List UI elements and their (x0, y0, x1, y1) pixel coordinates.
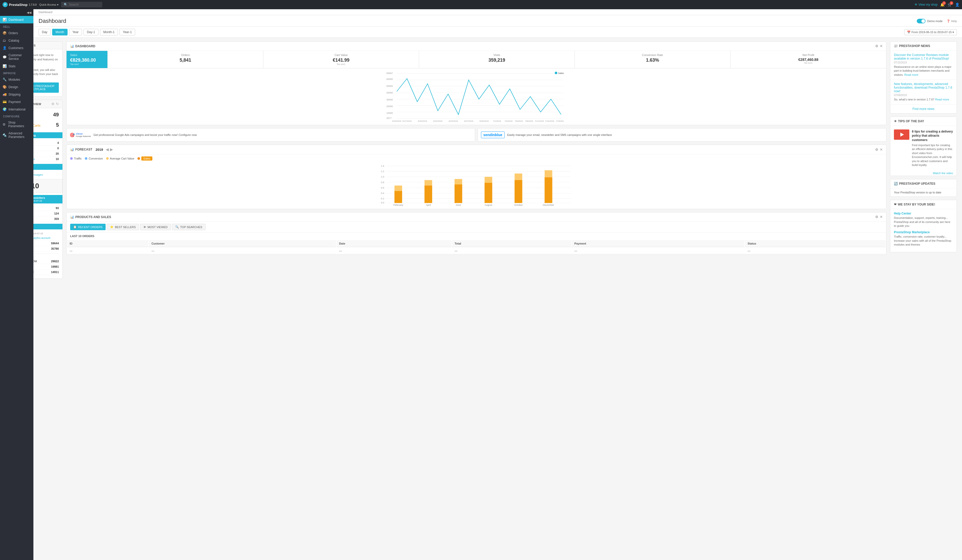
svg-text:6/17/2019: 6/17/2019 (402, 120, 412, 122)
main-body: 💡 TIPS & UPDATES Connect to your account… (0, 38, 962, 286)
traffic-legend-dot (70, 157, 73, 160)
help-btn[interactable]: ❓ Help (947, 19, 957, 23)
customer-service-icon: 💬 (3, 55, 7, 59)
find-more-link[interactable]: Find more news (912, 107, 934, 111)
profit-sub: Tax excl. (734, 62, 883, 64)
svg-text:50000: 50000 (386, 85, 393, 87)
side-card: ❤ WE STAY BY YOUR SIDE! Help Center Docu… (890, 200, 957, 252)
demo-mode-toggle[interactable]: Demo mode (917, 19, 943, 23)
product-tabs: 📋 RECENT ORDERS ⭐ BEST SELLERS 👁 MOST VI… (66, 222, 886, 232)
marketplace-link[interactable]: PrestaShop Marketplace (894, 231, 953, 234)
design-icon: 🎨 (3, 85, 7, 89)
youtube-thumbnail[interactable] (894, 129, 909, 140)
legend-traffic[interactable]: Traffic (70, 157, 82, 161)
sendinblue-text: Easily manage your email, newsletter and… (507, 133, 612, 136)
conversion-label: Conversion Rate (578, 53, 726, 56)
activity-refresh-btn[interactable]: ↻ (56, 102, 59, 106)
sidebar-item-catalog[interactable]: 🗂 Catalog (0, 37, 34, 44)
table-row: — — — — — — (67, 248, 886, 254)
sidebar-section-configure: CONFIGURE (0, 113, 34, 119)
date-range-picker[interactable]: 📅 From 2019-06-15 to 2019-07-15 ▾ (904, 29, 957, 35)
ad-banners: 🎯 Clever Google Adwords Get professional… (66, 128, 886, 142)
products-close-btn[interactable]: ✕ (880, 215, 883, 219)
help-center-link[interactable]: Help Center (894, 211, 953, 215)
sidebar-collapse-btn[interactable]: ◀◀ (0, 9, 34, 16)
filter-month-btn[interactable]: Month (52, 29, 67, 36)
dash-settings-btn[interactable]: ⚙ (875, 44, 878, 48)
sales-legend-dot (137, 157, 140, 160)
clever-icon: 🎯 (69, 132, 75, 137)
products-settings-btn[interactable]: ⚙ (875, 215, 878, 219)
user-btn[interactable]: 👤 (955, 3, 959, 6)
dash-close-btn[interactable]: ✕ (880, 44, 883, 48)
search-box[interactable]: 🔍 (61, 2, 102, 8)
notifications-btn[interactable]: 🔔 2 (940, 3, 944, 6)
clever-ads-banner: 🎯 Clever Google Adwords Get professional… (66, 128, 475, 142)
sidebar-item-stats[interactable]: 📊 Stats (0, 63, 34, 70)
tab-best-sellers[interactable]: ⭐ BEST SELLERS (107, 224, 139, 230)
forecast-prev-btn[interactable]: ◀ (106, 147, 109, 152)
sidebar-item-label: International (8, 108, 26, 111)
search-input[interactable] (69, 3, 100, 6)
sendinblue-banner: sendinblue Easily manage your email, new… (478, 128, 886, 142)
col-status: Status (745, 240, 886, 247)
legend-avg-cart[interactable]: Average Cart Value (106, 157, 134, 161)
sidebar-item-advanced-parameters[interactable]: 🔩 Advanced Parameters (0, 130, 34, 140)
news-card: 📰 PRESTASHOP NEWS Discover the Customer … (890, 41, 957, 113)
sidebar-item-payment[interactable]: 💳 Payment (0, 98, 34, 106)
filter-year-btn[interactable]: Year (69, 29, 82, 36)
quick-access-btn[interactable]: Quick Access ▾ (39, 3, 58, 6)
svg-rect-50 (425, 186, 432, 203)
online-value: 49 (53, 112, 59, 118)
news-title-2[interactable]: New features, developments, advanced fun… (894, 82, 953, 93)
tab-top-searches[interactable]: 🔍 TOP SEARCHES (172, 224, 205, 230)
forecast-settings-btn[interactable]: ⚙ (875, 148, 878, 152)
cart-value: €141.99 (267, 58, 415, 63)
sidebar-item-customers[interactable]: 👤 Customers (0, 44, 34, 52)
sidebar-item-customer-service[interactable]: 💬 Customer Service (0, 52, 34, 63)
top-icons: 🔔 2 🛒 1 👤 (940, 3, 959, 6)
read-more-2[interactable]: Read more (935, 98, 949, 101)
sidebar-item-shipping[interactable]: 🚚 Shipping (0, 91, 34, 98)
legend-sales[interactable]: Sales (137, 157, 153, 161)
svg-rect-53 (455, 184, 462, 203)
forecast-card: 📊 FORECAST 2019 ◀ ▶ ⚙ ✕ Traffic (66, 145, 886, 209)
filter-year1-btn[interactable]: Year-1 (119, 29, 135, 36)
activity-settings-btn[interactable]: ⚙ (52, 102, 55, 106)
legend-conversion[interactable]: Conversion (85, 157, 103, 161)
sales-line-chart: 65667 60000 50000 40000 30000 20000 1000… (69, 71, 884, 122)
svg-text:7/4/2019: 7/4/2019 (504, 120, 513, 122)
tab-recent-orders[interactable]: 📋 RECENT ORDERS (70, 224, 106, 230)
svg-rect-59 (515, 180, 522, 203)
notif-badge: 2 (942, 1, 946, 5)
cart-badge: 1 (950, 1, 953, 5)
filter-month1-btn[interactable]: Month-1 (100, 29, 118, 36)
tab-most-viewed[interactable]: 👁 MOST VIEWED (140, 224, 171, 230)
news-item-1: Discover the Customer Reviews module ava… (890, 51, 957, 80)
forecast-close-btn[interactable]: ✕ (880, 148, 883, 152)
sidebar-item-orders[interactable]: 📦 Orders (0, 29, 34, 37)
sidebar-item-shop-parameters[interactable]: ⚙ Shop Parameters (0, 119, 34, 130)
cart-btn[interactable]: 🛒 1 (947, 3, 952, 6)
tips-day-header: ☀ TIPS OF THE DAY (890, 117, 957, 126)
toggle-switch[interactable] (917, 19, 925, 23)
breadcrumb: Dashboard (34, 9, 962, 15)
view-shop-btn[interactable]: 👁 View my shop (914, 3, 938, 6)
sidebar-item-design[interactable]: 🎨 Design (0, 83, 34, 91)
page-header: Dashboard Demo mode ❓ Help (34, 15, 962, 27)
read-more-1[interactable]: Read more (904, 73, 918, 76)
sidebar-item-international[interactable]: 🌍 International (0, 106, 34, 113)
updates-body: Your PrestaShop version is up to date (890, 188, 957, 197)
sidebar-item-modules[interactable]: 🔧 Modules (0, 76, 34, 83)
svg-text:40000: 40000 (386, 92, 393, 94)
profit-label: Net Profit (734, 53, 883, 56)
filter-day-btn[interactable]: Day (39, 29, 51, 36)
watch-video-link[interactable]: Watch the video (890, 171, 957, 176)
forecast-next-btn[interactable]: ▶ (110, 147, 113, 152)
cart-label: Cart Value (267, 53, 415, 56)
sidebar-item-dashboard[interactable]: 📊 Dashboard (0, 16, 34, 23)
products-title: 📊 PRODUCTS AND SALES (70, 215, 111, 219)
filter-day1-btn[interactable]: Day-1 (84, 29, 98, 36)
carts-value: 5 (56, 122, 59, 128)
news-title-1[interactable]: Discover the Customer Reviews module ava… (894, 53, 953, 60)
